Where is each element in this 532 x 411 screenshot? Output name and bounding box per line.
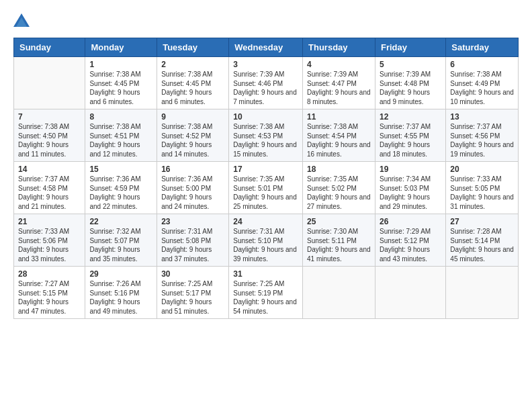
day-number: 19 (380, 165, 441, 174)
day-number: 31 (233, 269, 298, 279)
weekday-header: Monday (85, 38, 157, 57)
day-info: Sunrise: 7:36 AMSunset: 5:00 PMDaylight:… (161, 175, 224, 211)
day-number: 13 (450, 112, 514, 122)
weekday-header: Wednesday (229, 38, 303, 57)
day-info: Sunrise: 7:33 AMSunset: 5:05 PMDaylight:… (450, 175, 514, 211)
day-info: Sunrise: 7:38 AMSunset: 4:54 PMDaylight:… (307, 122, 371, 158)
day-number: 5 (380, 60, 441, 69)
calendar-day-cell: 11Sunrise: 7:38 AMSunset: 4:54 PMDayligh… (303, 109, 375, 162)
calendar-day-cell: 31Sunrise: 7:25 AMSunset: 5:19 PMDayligh… (229, 267, 303, 319)
day-number: 1 (89, 60, 152, 69)
calendar-day-cell: 19Sunrise: 7:34 AMSunset: 5:03 PMDayligh… (375, 162, 445, 214)
day-info: Sunrise: 7:27 AMSunset: 5:15 PMDaylight:… (18, 279, 81, 316)
calendar-day-cell: 18Sunrise: 7:35 AMSunset: 5:02 PMDayligh… (303, 162, 375, 214)
day-number: 4 (307, 60, 371, 69)
calendar-day-cell: 25Sunrise: 7:30 AMSunset: 5:11 PMDayligh… (303, 214, 375, 267)
calendar-day-cell: 4Sunrise: 7:39 AMSunset: 4:47 PMDaylight… (303, 57, 375, 109)
logo (12, 12, 34, 31)
day-info: Sunrise: 7:37 AMSunset: 4:55 PMDaylight:… (380, 122, 441, 158)
header (0, 0, 532, 38)
day-info: Sunrise: 7:38 AMSunset: 4:52 PMDaylight:… (161, 122, 224, 158)
day-info: Sunrise: 7:39 AMSunset: 4:47 PMDaylight:… (307, 70, 371, 106)
calendar-day-cell: 28Sunrise: 7:27 AMSunset: 5:15 PMDayligh… (14, 267, 85, 319)
day-info: Sunrise: 7:34 AMSunset: 5:03 PMDaylight:… (380, 175, 441, 211)
calendar-day-cell: 29Sunrise: 7:26 AMSunset: 5:16 PMDayligh… (85, 267, 157, 319)
day-number: 22 (89, 217, 152, 226)
calendar-day-cell (375, 267, 445, 319)
calendar-day-cell: 10Sunrise: 7:38 AMSunset: 4:53 PMDayligh… (229, 109, 303, 162)
calendar-day-cell: 24Sunrise: 7:31 AMSunset: 5:10 PMDayligh… (229, 214, 303, 267)
weekday-header: Friday (375, 38, 445, 57)
calendar-day-cell: 27Sunrise: 7:28 AMSunset: 5:14 PMDayligh… (446, 214, 519, 267)
day-info: Sunrise: 7:39 AMSunset: 4:46 PMDaylight:… (233, 70, 298, 106)
day-info: Sunrise: 7:38 AMSunset: 4:45 PMDaylight:… (89, 70, 152, 106)
calendar-day-cell: 17Sunrise: 7:35 AMSunset: 5:01 PMDayligh… (229, 162, 303, 214)
calendar-day-cell: 8Sunrise: 7:38 AMSunset: 4:51 PMDaylight… (85, 109, 157, 162)
day-number: 3 (233, 60, 298, 69)
day-number: 20 (450, 165, 514, 174)
day-number: 21 (18, 217, 81, 226)
weekday-header: Sunday (14, 38, 85, 57)
day-number: 10 (233, 112, 298, 122)
day-number: 27 (450, 217, 514, 226)
day-info: Sunrise: 7:38 AMSunset: 4:50 PMDaylight:… (18, 122, 81, 158)
calendar-day-cell: 14Sunrise: 7:37 AMSunset: 4:58 PMDayligh… (14, 162, 85, 214)
day-number: 23 (161, 217, 224, 226)
calendar-week-row: 28Sunrise: 7:27 AMSunset: 5:15 PMDayligh… (14, 267, 519, 319)
day-number: 25 (307, 217, 371, 226)
weekday-header: Thursday (303, 38, 375, 57)
calendar-day-cell: 9Sunrise: 7:38 AMSunset: 4:52 PMDaylight… (157, 109, 229, 162)
day-number: 8 (89, 112, 152, 122)
day-number: 15 (89, 165, 152, 174)
day-number: 17 (233, 165, 298, 174)
day-info: Sunrise: 7:30 AMSunset: 5:11 PMDaylight:… (307, 227, 371, 263)
day-info: Sunrise: 7:26 AMSunset: 5:16 PMDaylight:… (89, 279, 152, 316)
day-info: Sunrise: 7:28 AMSunset: 5:14 PMDaylight:… (450, 227, 514, 263)
day-info: Sunrise: 7:25 AMSunset: 5:19 PMDaylight:… (233, 279, 298, 316)
calendar-week-row: 1Sunrise: 7:38 AMSunset: 4:45 PMDaylight… (14, 57, 519, 109)
day-info: Sunrise: 7:38 AMSunset: 4:45 PMDaylight:… (161, 70, 224, 106)
day-info: Sunrise: 7:33 AMSunset: 5:06 PMDaylight:… (18, 227, 81, 263)
calendar-day-cell: 26Sunrise: 7:29 AMSunset: 5:12 PMDayligh… (375, 214, 445, 267)
page: SundayMondayTuesdayWednesdayThursdayFrid… (0, 0, 532, 411)
day-info: Sunrise: 7:39 AMSunset: 4:48 PMDaylight:… (380, 70, 441, 106)
calendar-day-cell (303, 267, 375, 319)
calendar-day-cell: 3Sunrise: 7:39 AMSunset: 4:46 PMDaylight… (229, 57, 303, 109)
calendar-week-row: 7Sunrise: 7:38 AMSunset: 4:50 PMDaylight… (14, 109, 519, 162)
day-info: Sunrise: 7:37 AMSunset: 4:56 PMDaylight:… (450, 122, 514, 158)
weekday-header: Saturday (446, 38, 519, 57)
calendar-header-row: SundayMondayTuesdayWednesdayThursdayFrid… (14, 38, 519, 57)
weekday-header: Tuesday (157, 38, 229, 57)
calendar-day-cell: 16Sunrise: 7:36 AMSunset: 5:00 PMDayligh… (157, 162, 229, 214)
logo-icon (12, 12, 31, 31)
day-info: Sunrise: 7:36 AMSunset: 4:59 PMDaylight:… (89, 175, 152, 211)
calendar-day-cell: 2Sunrise: 7:38 AMSunset: 4:45 PMDaylight… (157, 57, 229, 109)
calendar-week-row: 21Sunrise: 7:33 AMSunset: 5:06 PMDayligh… (14, 214, 519, 267)
day-number: 16 (161, 165, 224, 174)
day-info: Sunrise: 7:31 AMSunset: 5:10 PMDaylight:… (233, 227, 298, 263)
calendar-day-cell: 7Sunrise: 7:38 AMSunset: 4:50 PMDaylight… (14, 109, 85, 162)
day-number: 7 (18, 112, 81, 122)
calendar-day-cell: 30Sunrise: 7:25 AMSunset: 5:17 PMDayligh… (157, 267, 229, 319)
day-info: Sunrise: 7:35 AMSunset: 5:02 PMDaylight:… (307, 175, 371, 211)
day-info: Sunrise: 7:32 AMSunset: 5:07 PMDaylight:… (89, 227, 152, 263)
calendar-day-cell: 20Sunrise: 7:33 AMSunset: 5:05 PMDayligh… (446, 162, 519, 214)
calendar-day-cell (446, 267, 519, 319)
calendar-day-cell: 12Sunrise: 7:37 AMSunset: 4:55 PMDayligh… (375, 109, 445, 162)
day-info: Sunrise: 7:38 AMSunset: 4:51 PMDaylight:… (89, 122, 152, 158)
day-number: 18 (307, 165, 371, 174)
day-number: 26 (380, 217, 441, 226)
calendar-day-cell: 15Sunrise: 7:36 AMSunset: 4:59 PMDayligh… (85, 162, 157, 214)
day-number: 11 (307, 112, 371, 122)
calendar-week-row: 14Sunrise: 7:37 AMSunset: 4:58 PMDayligh… (14, 162, 519, 214)
calendar-day-cell: 13Sunrise: 7:37 AMSunset: 4:56 PMDayligh… (446, 109, 519, 162)
calendar-day-cell: 22Sunrise: 7:32 AMSunset: 5:07 PMDayligh… (85, 214, 157, 267)
calendar-day-cell: 6Sunrise: 7:38 AMSunset: 4:49 PMDaylight… (446, 57, 519, 109)
calendar-day-cell (14, 57, 85, 109)
day-number: 30 (161, 269, 224, 279)
day-info: Sunrise: 7:31 AMSunset: 5:08 PMDaylight:… (161, 227, 224, 263)
day-number: 6 (450, 60, 514, 69)
calendar-day-cell: 21Sunrise: 7:33 AMSunset: 5:06 PMDayligh… (14, 214, 85, 267)
day-info: Sunrise: 7:29 AMSunset: 5:12 PMDaylight:… (380, 227, 441, 263)
day-number: 29 (89, 269, 152, 279)
